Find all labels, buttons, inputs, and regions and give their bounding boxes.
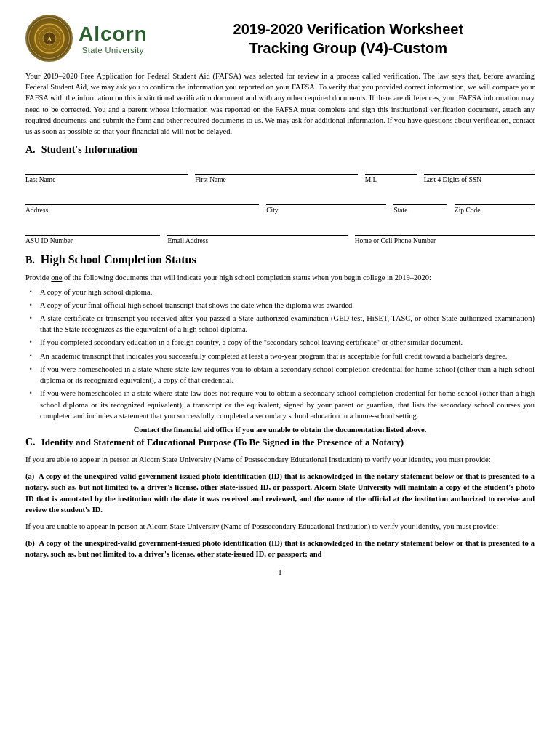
mi-input-line[interactable] xyxy=(365,162,417,175)
last-name-field: Last Name xyxy=(25,162,188,183)
section-b-intro: Provide one of the following documents t… xyxy=(25,272,535,283)
ssn-input-line[interactable] xyxy=(424,162,535,175)
svg-point-2 xyxy=(43,32,56,45)
mi-field: M.I. xyxy=(365,162,417,183)
form-row-address: Address City State Zip Code xyxy=(25,192,535,214)
address-label: Address xyxy=(25,207,259,214)
asu-id-field: ASU ID Number xyxy=(25,223,160,244)
email-input-line[interactable] xyxy=(167,223,347,236)
form-row-contact: ASU ID Number Email Address Home or Cell… xyxy=(25,223,535,244)
asu-id-label: ASU ID Number xyxy=(25,237,160,244)
address-input-line[interactable] xyxy=(25,192,259,205)
sub-section-b-label: (b) A copy of the unexpired-valid govern… xyxy=(25,539,535,558)
svg-point-1 xyxy=(39,28,60,49)
bullet-list: A copy of your high school diploma. A co… xyxy=(25,287,535,421)
list-item: If you completed secondary education in … xyxy=(40,337,535,348)
city-field: City xyxy=(266,192,386,214)
section-a-heading: A. Student's Information xyxy=(25,144,535,156)
list-item: A copy of your final official high schoo… xyxy=(40,300,535,311)
city-label: City xyxy=(266,207,386,214)
list-item: If you were homeschooled in a state wher… xyxy=(40,388,535,421)
address-field: Address xyxy=(25,192,259,214)
first-name-field: First Name xyxy=(195,162,357,183)
underline-one: one xyxy=(51,274,62,282)
sub-section-a: (a) A copy of the unexpired-valid govern… xyxy=(25,471,535,515)
zip-input-line[interactable] xyxy=(455,192,535,205)
form-row-name: Last Name First Name M.I. Last 4 Digits … xyxy=(25,162,535,183)
sub-section-b: (b) A copy of the unexpired-valid govern… xyxy=(25,538,535,559)
phone-input-line[interactable] xyxy=(355,223,535,236)
list-item: A state certificate or transcript you re… xyxy=(40,313,535,335)
ssn-field: Last 4 Digits of SSN xyxy=(424,162,535,183)
list-item: An academic transcript that indicates yo… xyxy=(40,351,535,362)
ssn-label: Last 4 Digits of SSN xyxy=(424,176,535,183)
mi-label: M.I. xyxy=(365,176,417,183)
intro-paragraph: Your 2019–2020 Free Application for Fede… xyxy=(25,71,535,137)
university-subtitle: State University xyxy=(79,46,148,55)
phone-field: Home or Cell Phone Number xyxy=(355,223,535,244)
email-field: Email Address xyxy=(167,223,347,244)
last-name-label: Last Name xyxy=(25,176,188,183)
university-name-area: Alcorn State University xyxy=(79,23,148,55)
logo-area: A Alcorn State University xyxy=(25,15,148,62)
phone-label: Home or Cell Phone Number xyxy=(355,237,535,244)
state-label: State xyxy=(393,207,447,214)
list-item: A copy of your high school diploma. xyxy=(40,287,535,298)
svg-text:A: A xyxy=(47,36,52,43)
section-b-notice: Contact the financial aid office if you … xyxy=(25,426,535,434)
document-title-area: 2019-2020 Verification Worksheet Trackin… xyxy=(148,20,535,57)
zip-field: Zip Code xyxy=(455,192,535,214)
list-item: If you were homeschooled in a state wher… xyxy=(40,364,535,386)
section-c-intro-unable: If you are unable to appear in person at… xyxy=(25,521,535,532)
email-label: Email Address xyxy=(167,237,347,244)
section-b-heading: B. High School Completion Status xyxy=(25,253,535,266)
section-c-intro-appear: If you are able to appear in person at A… xyxy=(25,454,535,465)
page-number: 1 xyxy=(25,567,535,576)
city-input-line[interactable] xyxy=(266,192,386,205)
university-name: Alcorn xyxy=(79,23,148,46)
state-input-line[interactable] xyxy=(393,192,447,205)
zip-label: Zip Code xyxy=(455,207,535,214)
document-title: 2019-2020 Verification Worksheet Trackin… xyxy=(162,20,535,57)
sub-section-a-label: (a) A copy of the unexpired-valid govern… xyxy=(25,472,535,514)
page-header: A Alcorn State University 2019-2020 Veri… xyxy=(25,15,535,62)
section-c: C. Identity and Statement of Educational… xyxy=(25,437,535,560)
first-name-input-line[interactable] xyxy=(195,162,357,175)
section-b: B. High School Completion Status Provide… xyxy=(25,253,535,434)
state-field: State xyxy=(393,192,447,214)
asu-id-input-line[interactable] xyxy=(25,223,160,236)
section-c-heading: C. Identity and Statement of Educational… xyxy=(25,437,535,448)
svg-point-0 xyxy=(35,24,64,53)
sub-section-a-text: (a) A copy of the unexpired-valid govern… xyxy=(25,471,535,515)
last-name-input-line[interactable] xyxy=(25,162,188,175)
student-info-form: Last Name First Name M.I. Last 4 Digits … xyxy=(25,162,535,244)
university-logo: A xyxy=(25,15,73,62)
sub-section-b-text: (b) A copy of the unexpired-valid govern… xyxy=(25,538,535,559)
first-name-label: First Name xyxy=(195,176,357,183)
